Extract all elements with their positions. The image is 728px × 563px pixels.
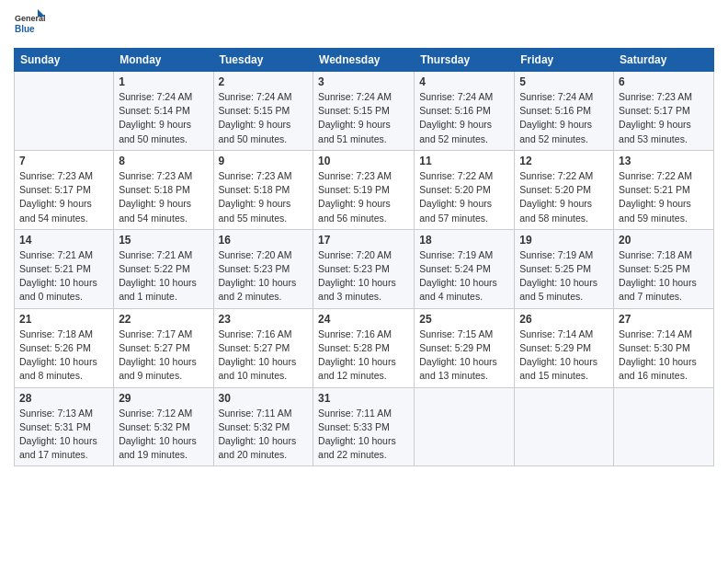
- calendar-cell: 9Sunrise: 7:23 AMSunset: 5:18 PMDaylight…: [213, 150, 313, 229]
- day-number: 11: [419, 155, 509, 167]
- day-info: Sunrise: 7:21 AMSunset: 5:21 PMDaylight:…: [19, 248, 108, 304]
- day-info: Sunrise: 7:23 AMSunset: 5:17 PMDaylight:…: [19, 169, 108, 225]
- day-number: 5: [519, 75, 609, 88]
- day-info: Sunrise: 7:18 AMSunset: 5:25 PMDaylight:…: [619, 248, 709, 304]
- calendar-table: SundayMondayTuesdayWednesdayThursdayFrid…: [14, 48, 714, 466]
- calendar-cell: 6Sunrise: 7:23 AMSunset: 5:17 PMDaylight…: [614, 72, 714, 151]
- svg-text:Blue: Blue: [15, 24, 35, 34]
- logo-svg: General Blue: [14, 9, 45, 40]
- calendar-header: SundayMondayTuesdayWednesdayThursdayFrid…: [15, 49, 714, 72]
- day-number: 31: [318, 392, 409, 405]
- day-info: Sunrise: 7:16 AMSunset: 5:28 PMDaylight:…: [318, 327, 409, 384]
- day-info: Sunrise: 7:17 AMSunset: 5:27 PMDaylight:…: [119, 327, 208, 384]
- day-number: 10: [318, 155, 409, 167]
- day-number: 9: [219, 155, 309, 167]
- calendar-week-row: 7Sunrise: 7:23 AMSunset: 5:17 PMDaylight…: [15, 150, 714, 229]
- day-number: 13: [619, 155, 709, 167]
- day-info: Sunrise: 7:23 AMSunset: 5:18 PMDaylight:…: [119, 169, 208, 225]
- day-number: 7: [19, 155, 108, 167]
- day-info: Sunrise: 7:11 AMSunset: 5:32 PMDaylight:…: [219, 407, 309, 463]
- day-info: Sunrise: 7:23 AMSunset: 5:17 PMDaylight:…: [619, 90, 709, 146]
- calendar-cell: 21Sunrise: 7:18 AMSunset: 5:26 PMDayligh…: [15, 308, 114, 387]
- calendar-cell: 2Sunrise: 7:24 AMSunset: 5:15 PMDaylight…: [213, 72, 313, 151]
- day-number: 20: [619, 234, 709, 247]
- calendar-cell: 27Sunrise: 7:14 AMSunset: 5:30 PMDayligh…: [614, 308, 714, 387]
- calendar-week-row: 21Sunrise: 7:18 AMSunset: 5:26 PMDayligh…: [15, 308, 714, 387]
- day-number: 4: [419, 75, 509, 88]
- day-info: Sunrise: 7:24 AMSunset: 5:14 PMDaylight:…: [119, 90, 208, 146]
- day-info: Sunrise: 7:21 AMSunset: 5:22 PMDaylight:…: [119, 248, 208, 304]
- calendar-cell: 12Sunrise: 7:22 AMSunset: 5:20 PMDayligh…: [515, 150, 614, 229]
- calendar-cell: 7Sunrise: 7:23 AMSunset: 5:17 PMDaylight…: [15, 150, 114, 229]
- calendar-cell: [415, 387, 515, 466]
- day-number: 22: [119, 313, 208, 326]
- day-info: Sunrise: 7:22 AMSunset: 5:20 PMDaylight:…: [519, 169, 609, 225]
- day-info: Sunrise: 7:14 AMSunset: 5:30 PMDaylight:…: [619, 327, 709, 384]
- header-day: Saturday: [614, 49, 714, 72]
- day-info: Sunrise: 7:24 AMSunset: 5:15 PMDaylight:…: [219, 90, 309, 146]
- calendar-week-row: 14Sunrise: 7:21 AMSunset: 5:21 PMDayligh…: [15, 229, 714, 308]
- day-number: 24: [318, 313, 409, 326]
- day-info: Sunrise: 7:20 AMSunset: 5:23 PMDaylight:…: [219, 248, 309, 304]
- calendar-cell: 10Sunrise: 7:23 AMSunset: 5:19 PMDayligh…: [313, 150, 415, 229]
- day-number: 19: [519, 234, 609, 247]
- page-header: General Blue: [14, 9, 714, 40]
- day-number: 17: [318, 234, 409, 247]
- day-number: 15: [119, 234, 208, 247]
- day-number: 18: [419, 234, 509, 247]
- day-number: 16: [219, 234, 309, 247]
- day-info: Sunrise: 7:11 AMSunset: 5:33 PMDaylight:…: [318, 407, 409, 463]
- calendar-cell: 24Sunrise: 7:16 AMSunset: 5:28 PMDayligh…: [313, 308, 415, 387]
- day-number: 8: [119, 155, 208, 167]
- day-info: Sunrise: 7:24 AMSunset: 5:16 PMDaylight:…: [419, 90, 509, 146]
- calendar-cell: 16Sunrise: 7:20 AMSunset: 5:23 PMDayligh…: [213, 229, 313, 308]
- header-day: Friday: [515, 49, 614, 72]
- day-info: Sunrise: 7:15 AMSunset: 5:29 PMDaylight:…: [419, 327, 509, 384]
- day-number: 23: [219, 313, 309, 326]
- calendar-cell: 30Sunrise: 7:11 AMSunset: 5:32 PMDayligh…: [213, 387, 313, 466]
- day-number: 14: [19, 234, 108, 247]
- day-number: 6: [619, 75, 709, 88]
- calendar-cell: 25Sunrise: 7:15 AMSunset: 5:29 PMDayligh…: [415, 308, 515, 387]
- day-info: Sunrise: 7:13 AMSunset: 5:31 PMDaylight:…: [19, 407, 108, 463]
- calendar-cell: 4Sunrise: 7:24 AMSunset: 5:16 PMDaylight…: [415, 72, 515, 151]
- calendar-cell: 17Sunrise: 7:20 AMSunset: 5:23 PMDayligh…: [313, 229, 415, 308]
- day-info: Sunrise: 7:22 AMSunset: 5:20 PMDaylight:…: [419, 169, 509, 225]
- calendar-cell: 31Sunrise: 7:11 AMSunset: 5:33 PMDayligh…: [313, 387, 415, 466]
- day-info: Sunrise: 7:14 AMSunset: 5:29 PMDaylight:…: [519, 327, 609, 384]
- calendar-cell: 8Sunrise: 7:23 AMSunset: 5:18 PMDaylight…: [114, 150, 213, 229]
- calendar-cell: 18Sunrise: 7:19 AMSunset: 5:24 PMDayligh…: [415, 229, 515, 308]
- day-info: Sunrise: 7:20 AMSunset: 5:23 PMDaylight:…: [318, 248, 409, 304]
- calendar-cell: 1Sunrise: 7:24 AMSunset: 5:14 PMDaylight…: [114, 72, 213, 151]
- day-info: Sunrise: 7:23 AMSunset: 5:18 PMDaylight:…: [219, 169, 309, 225]
- day-info: Sunrise: 7:18 AMSunset: 5:26 PMDaylight:…: [19, 327, 108, 384]
- calendar-cell: 11Sunrise: 7:22 AMSunset: 5:20 PMDayligh…: [415, 150, 515, 229]
- calendar-week-row: 28Sunrise: 7:13 AMSunset: 5:31 PMDayligh…: [15, 387, 714, 466]
- day-info: Sunrise: 7:16 AMSunset: 5:27 PMDaylight:…: [219, 327, 309, 384]
- logo: General Blue: [14, 9, 45, 40]
- calendar-cell: 29Sunrise: 7:12 AMSunset: 5:32 PMDayligh…: [114, 387, 213, 466]
- calendar-body: 1Sunrise: 7:24 AMSunset: 5:14 PMDaylight…: [15, 72, 714, 466]
- header-row: SundayMondayTuesdayWednesdayThursdayFrid…: [15, 49, 714, 72]
- calendar-cell: 5Sunrise: 7:24 AMSunset: 5:16 PMDaylight…: [515, 72, 614, 151]
- calendar-cell: [614, 387, 714, 466]
- calendar-cell: 3Sunrise: 7:24 AMSunset: 5:15 PMDaylight…: [313, 72, 415, 151]
- day-number: 2: [219, 75, 309, 88]
- calendar-cell: 22Sunrise: 7:17 AMSunset: 5:27 PMDayligh…: [114, 308, 213, 387]
- calendar-cell: 20Sunrise: 7:18 AMSunset: 5:25 PMDayligh…: [614, 229, 714, 308]
- day-number: 26: [519, 313, 609, 326]
- calendar-cell: [15, 72, 114, 151]
- day-info: Sunrise: 7:23 AMSunset: 5:19 PMDaylight:…: [318, 169, 409, 225]
- day-info: Sunrise: 7:24 AMSunset: 5:16 PMDaylight:…: [519, 90, 609, 146]
- calendar-cell: 26Sunrise: 7:14 AMSunset: 5:29 PMDayligh…: [515, 308, 614, 387]
- calendar-cell: 15Sunrise: 7:21 AMSunset: 5:22 PMDayligh…: [114, 229, 213, 308]
- day-number: 27: [619, 313, 709, 326]
- header-day: Sunday: [15, 49, 114, 72]
- day-number: 30: [219, 392, 309, 405]
- calendar-cell: 14Sunrise: 7:21 AMSunset: 5:21 PMDayligh…: [15, 229, 114, 308]
- header-day: Thursday: [415, 49, 515, 72]
- day-number: 12: [519, 155, 609, 167]
- day-number: 3: [318, 75, 409, 88]
- day-number: 1: [119, 75, 208, 88]
- day-info: Sunrise: 7:12 AMSunset: 5:32 PMDaylight:…: [119, 407, 208, 463]
